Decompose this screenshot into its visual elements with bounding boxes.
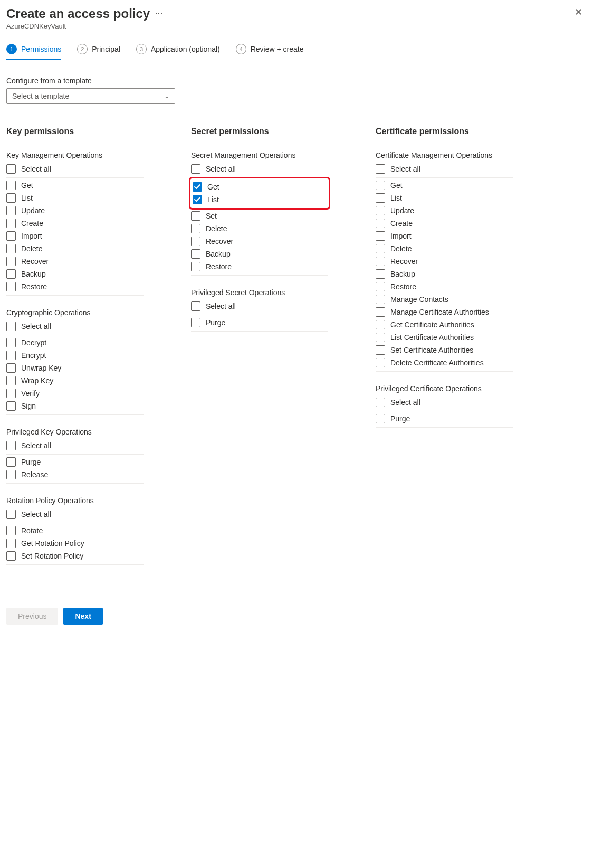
- checkbox-icon[interactable]: [376, 219, 385, 228]
- checkbox-row-set[interactable]: Set: [191, 210, 328, 222]
- checkbox-row-list[interactable]: List: [376, 192, 513, 204]
- next-button[interactable]: Next: [63, 608, 102, 625]
- checkbox-icon[interactable]: [376, 206, 385, 215]
- checkbox-icon[interactable]: [191, 262, 200, 271]
- checkbox-row-recover[interactable]: Recover: [376, 255, 513, 268]
- checkbox-row-import[interactable]: Import: [6, 230, 144, 242]
- checkbox-row-select-all[interactable]: Select all: [191, 163, 328, 175]
- checkbox-icon[interactable]: [376, 333, 385, 342]
- checkbox-row-get-certificate-authorities[interactable]: Get Certificate Authorities: [376, 318, 513, 331]
- checkbox-icon[interactable]: [191, 249, 200, 259]
- checkbox-row-get[interactable]: Get: [376, 179, 513, 192]
- checkbox-row-recover[interactable]: Recover: [6, 255, 144, 268]
- checkbox-icon[interactable]: [6, 539, 16, 548]
- checkbox-icon[interactable]: [6, 231, 16, 241]
- checkbox-row-list[interactable]: List: [6, 192, 144, 204]
- checkbox-icon[interactable]: [6, 219, 16, 228]
- checkbox-row-restore[interactable]: Restore: [376, 280, 513, 293]
- checkbox-row-wrap-key[interactable]: Wrap Key: [6, 374, 144, 387]
- tab-review-create[interactable]: 4Review + create: [236, 40, 304, 60]
- checkbox-icon[interactable]: [376, 295, 385, 304]
- checkbox-row-delete-certificate-authorities[interactable]: Delete Certificate Authorities: [376, 356, 513, 369]
- checkbox-icon[interactable]: [191, 301, 200, 311]
- checkbox-row-select-all[interactable]: Select all: [376, 163, 513, 175]
- checkbox-row-delete[interactable]: Delete: [191, 222, 328, 235]
- checkbox-icon[interactable]: [376, 307, 385, 317]
- tab-application-optional-[interactable]: 3Application (optional): [136, 40, 220, 60]
- close-icon[interactable]: ✕: [570, 4, 587, 20]
- checkbox-icon[interactable]: [6, 351, 16, 360]
- checkbox-row-select-all[interactable]: Select all: [6, 163, 144, 175]
- checkbox-icon[interactable]: [376, 282, 385, 291]
- checkbox-row-delete[interactable]: Delete: [376, 242, 513, 255]
- checkbox-row-delete[interactable]: Delete: [6, 242, 144, 255]
- checkbox-row-get-rotation-policy[interactable]: Get Rotation Policy: [6, 537, 144, 550]
- checkbox-icon[interactable]: [376, 345, 385, 355]
- checkbox-icon[interactable]: [6, 470, 16, 479]
- checkbox-row-set-rotation-policy[interactable]: Set Rotation Policy: [6, 550, 144, 562]
- checkbox-icon[interactable]: [6, 510, 16, 519]
- checkbox-row-select-all[interactable]: Select all: [6, 320, 144, 333]
- checkbox-icon[interactable]: [6, 363, 16, 373]
- checkbox-icon[interactable]: [376, 181, 385, 190]
- checkbox-row-recover[interactable]: Recover: [191, 235, 328, 248]
- checkbox-row-sign[interactable]: Sign: [6, 400, 144, 412]
- checkbox-row-encrypt[interactable]: Encrypt: [6, 349, 144, 362]
- checkbox-row-unwrap-key[interactable]: Unwrap Key: [6, 362, 144, 374]
- checkbox-row-backup[interactable]: Backup: [376, 268, 513, 280]
- checkbox-icon[interactable]: [376, 193, 385, 203]
- checkbox-icon[interactable]: [376, 320, 385, 329]
- checkbox-icon[interactable]: [376, 164, 385, 174]
- checkbox-row-update[interactable]: Update: [6, 204, 144, 217]
- checkbox-icon[interactable]: [6, 457, 16, 467]
- checkbox-row-select-all[interactable]: Select all: [6, 508, 144, 521]
- checkbox-row-manage-certificate-authorities[interactable]: Manage Certificate Authorities: [376, 306, 513, 318]
- checkbox-row-purge[interactable]: Purge: [376, 412, 513, 425]
- checkbox-row-create[interactable]: Create: [376, 217, 513, 230]
- checkbox-icon[interactable]: [376, 398, 385, 407]
- checkbox-icon[interactable]: [6, 551, 16, 561]
- checkbox-checked-icon[interactable]: [193, 195, 202, 204]
- checkbox-icon[interactable]: [6, 164, 16, 174]
- checkbox-icon[interactable]: [191, 164, 200, 174]
- previous-button[interactable]: Previous: [6, 608, 58, 625]
- checkbox-row-list-certificate-authorities[interactable]: List Certificate Authorities: [376, 331, 513, 344]
- checkbox-icon[interactable]: [191, 224, 200, 233]
- checkbox-row-list[interactable]: List: [193, 193, 327, 206]
- checkbox-icon[interactable]: [6, 244, 16, 253]
- checkbox-icon[interactable]: [376, 414, 385, 423]
- checkbox-row-select-all[interactable]: Select all: [6, 439, 144, 452]
- checkbox-icon[interactable]: [6, 389, 16, 398]
- checkbox-icon[interactable]: [6, 441, 16, 450]
- checkbox-icon[interactable]: [6, 257, 16, 266]
- checkbox-icon[interactable]: [6, 206, 16, 215]
- checkbox-row-select-all[interactable]: Select all: [376, 396, 513, 409]
- checkbox-row-get[interactable]: Get: [6, 179, 144, 192]
- checkbox-icon[interactable]: [6, 338, 16, 347]
- checkbox-row-manage-contacts[interactable]: Manage Contacts: [376, 293, 513, 306]
- tab-permissions[interactable]: 1Permissions: [6, 40, 61, 60]
- checkbox-row-restore[interactable]: Restore: [6, 280, 144, 293]
- checkbox-icon[interactable]: [6, 282, 16, 291]
- checkbox-row-restore[interactable]: Restore: [191, 260, 328, 273]
- checkbox-row-import[interactable]: Import: [376, 230, 513, 242]
- checkbox-icon[interactable]: [376, 269, 385, 279]
- checkbox-icon[interactable]: [376, 231, 385, 241]
- checkbox-icon[interactable]: [6, 401, 16, 411]
- more-icon[interactable]: ···: [155, 10, 163, 18]
- checkbox-icon[interactable]: [6, 193, 16, 203]
- checkbox-icon[interactable]: [191, 237, 200, 246]
- checkbox-icon[interactable]: [191, 211, 200, 221]
- checkbox-icon[interactable]: [6, 269, 16, 279]
- checkbox-icon[interactable]: [6, 181, 16, 190]
- checkbox-checked-icon[interactable]: [193, 182, 202, 192]
- checkbox-row-purge[interactable]: Purge: [6, 456, 144, 468]
- checkbox-row-get[interactable]: Get: [193, 181, 327, 193]
- checkbox-icon[interactable]: [376, 244, 385, 253]
- checkbox-row-select-all[interactable]: Select all: [191, 300, 328, 313]
- checkbox-icon[interactable]: [191, 318, 200, 327]
- checkbox-row-backup[interactable]: Backup: [6, 268, 144, 280]
- checkbox-row-create[interactable]: Create: [6, 217, 144, 230]
- checkbox-row-update[interactable]: Update: [376, 204, 513, 217]
- tab-principal[interactable]: 2Principal: [77, 40, 120, 60]
